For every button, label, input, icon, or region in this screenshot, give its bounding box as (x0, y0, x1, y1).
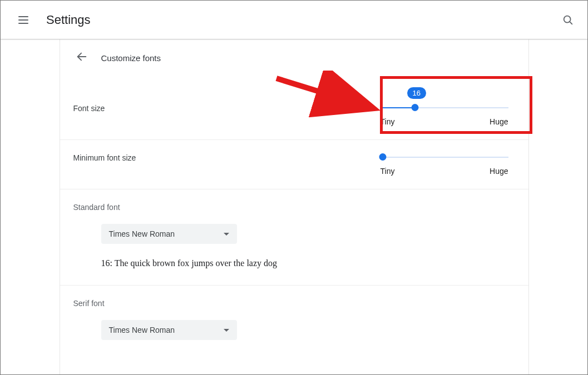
min-font-size-slider[interactable]: Tiny Huge (381, 153, 508, 176)
standard-font-select[interactable]: Times New Roman (101, 224, 237, 244)
serif-font-label: Serif font (73, 299, 515, 308)
font-size-row: Font size 16 Tiny Huge (60, 71, 528, 140)
slider-max-label: Huge (490, 167, 508, 176)
min-font-size-label: Minimum font size (73, 153, 136, 162)
subheader-title: Customize fonts (101, 53, 161, 63)
standard-font-section: Standard font Times New Roman 16: The qu… (60, 189, 528, 286)
slider-min-label: Tiny (381, 167, 395, 176)
slider-thumb[interactable] (379, 153, 387, 161)
min-font-size-row: Minimum font size Tiny Huge (60, 140, 528, 189)
serif-font-section: Serif font Times New Roman (60, 286, 528, 357)
page-title: Settings (46, 13, 91, 27)
slider-value-bubble: 16 (407, 87, 426, 99)
standard-font-label: Standard font (73, 203, 515, 212)
font-size-slider[interactable]: 16 Tiny Huge (381, 104, 508, 126)
app-header: Settings (1, 1, 587, 39)
font-size-label: Font size (73, 104, 105, 113)
menu-icon[interactable] (18, 13, 32, 27)
slider-thumb[interactable] (411, 104, 418, 111)
chevron-down-icon (224, 329, 229, 332)
subheader: Customize fonts (60, 39, 528, 71)
serif-font-selected: Times New Roman (109, 326, 175, 334)
settings-panel: Customize fonts Font size 16 Tiny Huge M… (60, 39, 529, 374)
serif-font-select[interactable]: Times New Roman (101, 320, 237, 340)
standard-font-selected: Times New Roman (109, 229, 175, 238)
standard-font-preview: 16: The quick brown fox jumps over the l… (101, 258, 515, 268)
chevron-down-icon (224, 233, 229, 236)
search-icon[interactable] (562, 14, 574, 28)
back-arrow-icon[interactable] (76, 51, 88, 65)
svg-line-1 (570, 22, 572, 24)
slider-max-label: Huge (490, 117, 508, 126)
slider-min-label: Tiny (381, 117, 395, 126)
